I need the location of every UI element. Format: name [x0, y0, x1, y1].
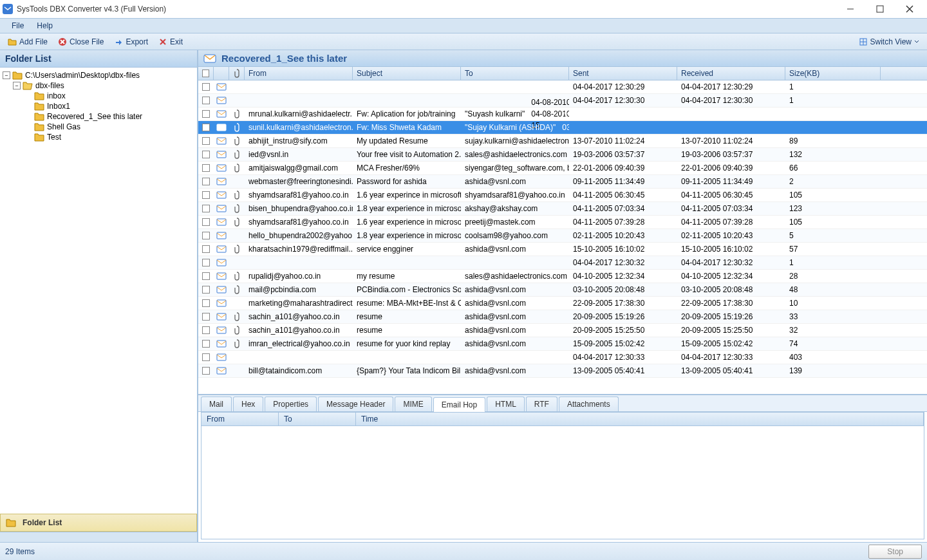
mail-icon — [216, 299, 227, 307]
maximize-button[interactable] — [865, 0, 895, 18]
table-row[interactable]: webmaster@freeringtonesindi...Password f… — [198, 175, 927, 189]
tree-node-child[interactable]: Shell Gas — [1, 122, 196, 132]
preview-tab[interactable]: Hex — [233, 397, 263, 411]
row-checkbox[interactable] — [202, 272, 210, 280]
row-checkbox[interactable] — [202, 232, 210, 239]
tree-toggle-icon[interactable]: − — [3, 71, 10, 79]
table-row[interactable]: abhijit_instru@sify.comMy updated Resume… — [198, 135, 927, 148]
row-checkbox[interactable] — [202, 110, 210, 118]
cell-to: coolsam98@yahoo.com — [461, 230, 569, 241]
row-checkbox[interactable] — [202, 191, 210, 199]
row-checkbox[interactable] — [202, 286, 210, 294]
tree-toggle-icon[interactable]: − — [13, 82, 21, 89]
column-received[interactable]: Received — [677, 67, 785, 80]
row-checkbox[interactable] — [202, 340, 210, 348]
table-row[interactable]: hello_bhupendra2002@yahoo....1.8 year ex… — [198, 229, 927, 243]
row-checkbox[interactable] — [202, 137, 210, 145]
preview-tab[interactable]: Mail — [201, 397, 232, 411]
table-row[interactable]: bill@tataindicom.com{Spam?} Your Tata In… — [198, 364, 927, 378]
row-checkbox[interactable] — [202, 245, 210, 253]
email-grid[interactable]: From Subject To Sent Received Size(KB) 0… — [198, 67, 927, 394]
preview-tab[interactable]: Attachments — [559, 397, 619, 411]
preview-tab[interactable]: RTF — [526, 397, 557, 411]
preview-tab[interactable]: MIME — [395, 397, 431, 411]
tree-node-child[interactable]: inbox — [1, 91, 196, 101]
folder-icon — [34, 102, 44, 111]
cell-received: 04-04-2017 12:30:33 — [677, 351, 785, 363]
row-checkbox[interactable] — [202, 83, 210, 91]
row-checkbox[interactable] — [202, 97, 210, 104]
column-from[interactable]: From — [245, 67, 353, 80]
switch-view-button[interactable]: Switch View — [855, 36, 923, 48]
row-checkbox[interactable] — [202, 218, 210, 226]
cell-subject — [353, 261, 461, 264]
table-row[interactable]: kharatsachin1979@rediffmail....service e… — [198, 243, 927, 256]
minimize-button[interactable] — [836, 0, 865, 18]
table-row[interactable]: sachin_a101@yahoo.co.inresumeashida@vsnl… — [198, 324, 927, 337]
tree-child-label: inbox — [47, 91, 66, 100]
preview-tab[interactable]: Message Header — [318, 397, 393, 411]
tree-node-child[interactable]: Recovered_1_See this later — [1, 111, 196, 122]
exit-button[interactable]: Exit — [154, 36, 187, 48]
column-attachment[interactable] — [229, 67, 245, 80]
row-checkbox[interactable] — [202, 151, 210, 158]
add-file-button[interactable]: Add File — [4, 36, 52, 48]
table-row[interactable]: ied@vsnl.inYour free visit to Automation… — [198, 148, 927, 162]
close-button[interactable] — [895, 0, 924, 18]
paperclip-icon — [234, 312, 240, 321]
menu-file[interactable]: File — [5, 20, 30, 32]
table-row[interactable]: sunil.kulkarni@ashidaelectron...Fw: Miss… — [198, 121, 927, 135]
table-row[interactable]: rupalidj@yahoo.co.inmy resumesales@ashid… — [198, 270, 927, 283]
column-subject[interactable]: Subject — [353, 67, 461, 80]
column-to[interactable]: To — [461, 67, 569, 80]
table-row[interactable]: amitjaiswalgg@gmail.comMCA Fresher/69%si… — [198, 162, 927, 175]
sidebar-footer-button[interactable]: Folder List — [0, 514, 197, 532]
cell-size: 105 — [785, 189, 881, 201]
table-row[interactable]: mail@pcbindia.comPCBindia.com - Electron… — [198, 283, 927, 297]
preview-tab[interactable]: Properties — [265, 397, 317, 411]
row-checkbox[interactable] — [202, 326, 210, 334]
preview-tab[interactable]: HTML — [487, 397, 525, 411]
tree-root[interactable]: − C:\Users\admin\Desktop\dbx-files — [1, 70, 196, 80]
column-sent[interactable]: Sent — [569, 67, 677, 80]
tree-node-child[interactable]: Test — [1, 132, 196, 142]
tree-node-child[interactable]: Inbox1 — [1, 101, 196, 111]
cell-to — [461, 261, 569, 264]
table-row[interactable]: 04-04-2017 12:30:3204-04-2017 12:30:321 — [198, 256, 927, 270]
preview-col-time[interactable]: Time — [356, 413, 924, 425]
table-row[interactable]: 04-04-2017 12:30:2904-04-2017 12:30:291 — [198, 80, 927, 94]
row-checkbox[interactable] — [202, 124, 210, 131]
checkbox-icon[interactable] — [202, 70, 209, 77]
stop-button[interactable]: Stop — [868, 545, 922, 559]
cell-received: 15-09-2005 15:02:42 — [677, 338, 785, 350]
row-checkbox[interactable] — [202, 259, 210, 266]
preview-tab[interactable]: Email Hop — [433, 397, 485, 412]
preview-col-from[interactable]: From — [201, 413, 279, 425]
menu-help[interactable]: Help — [30, 20, 59, 32]
row-checkbox[interactable] — [202, 205, 210, 212]
close-file-button[interactable]: Close File — [54, 36, 108, 48]
table-row[interactable]: marketing@maharashtradirect...resume: MB… — [198, 297, 927, 310]
column-size[interactable]: Size(KB) — [785, 67, 881, 80]
row-checkbox[interactable] — [202, 367, 210, 375]
table-row[interactable]: shyamdsaraf81@yahoo.co.in1.6 year experi… — [198, 216, 927, 229]
tree-node-dbx[interactable]: − dbx-files — [1, 80, 196, 91]
export-button[interactable]: Export — [110, 36, 152, 48]
row-checkbox[interactable] — [202, 164, 210, 172]
row-checkbox[interactable] — [202, 353, 210, 361]
row-checkbox[interactable] — [202, 178, 210, 185]
column-checkbox[interactable] — [198, 67, 214, 80]
table-row[interactable]: 04-04-2017 12:30:3304-04-2017 12:30:3340… — [198, 351, 927, 364]
preview-col-to[interactable]: To — [279, 413, 356, 425]
row-checkbox[interactable] — [202, 313, 210, 321]
svg-rect-16 — [217, 111, 226, 117]
table-row[interactable]: shyamdsaraf81@yahoo.co.in1.6 year experi… — [198, 189, 927, 202]
mail-icon — [216, 124, 227, 131]
table-row[interactable]: sachin_a101@yahoo.co.inresumeashida@vsnl… — [198, 310, 927, 324]
table-row[interactable]: bisen_bhupendra@yahoo.co.in1.8 year expe… — [198, 202, 927, 216]
table-row[interactable]: imran_electrical@yahoo.co.inresume for y… — [198, 337, 927, 351]
cell-size: 28 — [785, 270, 881, 282]
cell-received: 20-09-2005 15:25:50 — [677, 324, 785, 336]
svg-rect-34 — [217, 354, 226, 360]
row-checkbox[interactable] — [202, 299, 210, 307]
